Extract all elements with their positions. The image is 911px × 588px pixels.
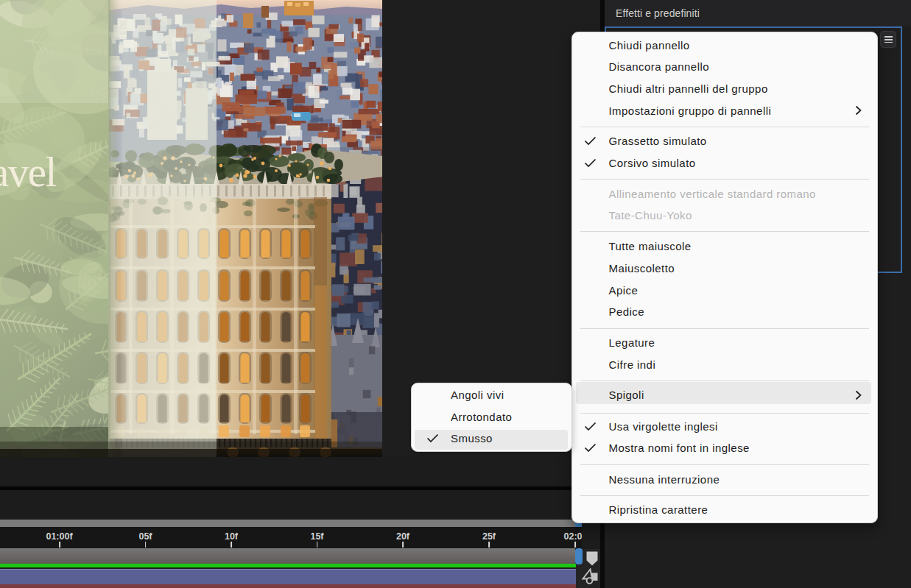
svg-text:avel: avel — [0, 149, 57, 195]
